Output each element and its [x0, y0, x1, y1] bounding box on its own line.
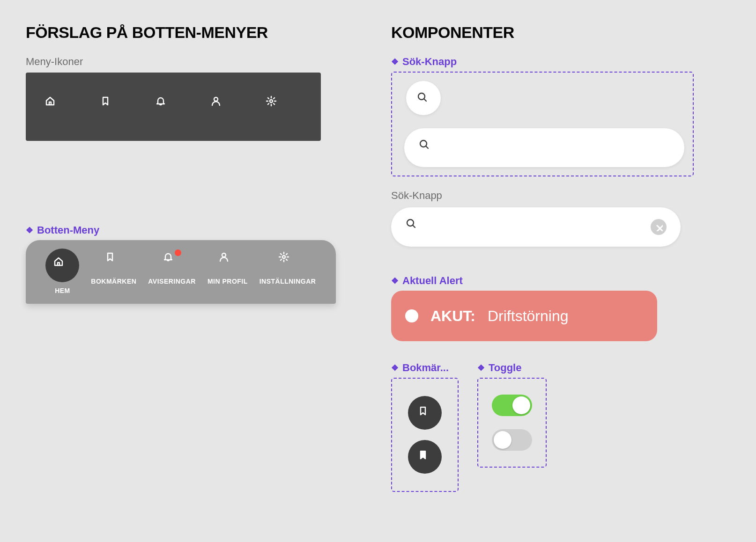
search-round-button[interactable] — [406, 81, 441, 115]
home-icon — [53, 256, 72, 275]
bottom-menu: HEM BOKMÄRKEN AVISERINGAR MIN PROFIL INS… — [26, 240, 336, 304]
bottom-item-bookmarks[interactable]: BOKMÄRKEN — [91, 249, 136, 285]
home-icon — [44, 95, 67, 118]
bottom-item-settings[interactable]: INSTÄLLNINGAR — [259, 249, 316, 285]
close-icon — [654, 223, 663, 231]
bookmark-frame — [391, 378, 459, 492]
toggle-knob — [512, 396, 530, 414]
alert-message: Driftstörning — [488, 308, 569, 325]
right-heading: KOMPONENTER — [391, 23, 730, 42]
search-bar[interactable] — [404, 128, 684, 167]
menu-icons-label: Meny-Ikoner — [26, 56, 363, 68]
search-bar-with-clear[interactable] — [391, 207, 681, 247]
search-button-frame — [391, 72, 694, 176]
bookmark-icon — [417, 405, 432, 420]
toggle-knob — [494, 431, 511, 449]
settings-icon — [266, 95, 288, 118]
bell-icon — [155, 95, 178, 118]
settings-icon — [278, 251, 297, 270]
bottom-item-label: INSTÄLLNINGAR — [259, 278, 316, 285]
bottom-menu-component-label: Botten-Meny — [26, 224, 363, 236]
search-plain-label: Sök-Knapp — [391, 190, 730, 202]
alert-banner[interactable]: AKUT: Driftstörning — [391, 291, 657, 341]
bookmark-icon — [100, 95, 122, 118]
alert-component-label: Aktuell Alert — [391, 275, 730, 287]
bookmark-filled-icon — [417, 449, 432, 464]
menu-icon-bar — [26, 73, 321, 141]
bookmark-filled-button[interactable] — [408, 440, 442, 474]
left-heading: FÖRSLAG PÅ BOTTEN-MENYER — [26, 23, 363, 42]
bookmark-icon — [104, 251, 123, 270]
user-icon — [210, 95, 233, 118]
bottom-item-label: HEM — [55, 287, 70, 294]
bottom-item-notifications[interactable]: AVISERINGAR — [148, 249, 196, 285]
search-icon — [418, 139, 437, 157]
bottom-item-label: AVISERINGAR — [148, 278, 196, 285]
toggle-on[interactable] — [492, 395, 532, 416]
search-component-label: Sök-Knapp — [391, 56, 730, 68]
alert-indicator-dot — [405, 309, 418, 322]
user-icon — [218, 251, 237, 270]
alert-prefix: AKUT: — [430, 308, 475, 325]
bookmark-component-label: Bokmär... — [391, 362, 459, 374]
search-icon — [405, 218, 424, 236]
toggle-off[interactable] — [492, 429, 532, 451]
bookmark-outline-button[interactable] — [408, 396, 442, 430]
clear-button[interactable] — [651, 219, 667, 235]
search-icon — [416, 91, 430, 105]
toggle-component-label: Toggle — [477, 362, 547, 374]
bottom-item-label: MIN PROFIL — [208, 278, 248, 285]
bottom-item-home[interactable]: HEM — [45, 249, 79, 294]
toggle-frame — [477, 378, 547, 468]
bottom-item-label: BOKMÄRKEN — [91, 278, 136, 285]
bottom-item-profile[interactable]: MIN PROFIL — [208, 249, 248, 285]
